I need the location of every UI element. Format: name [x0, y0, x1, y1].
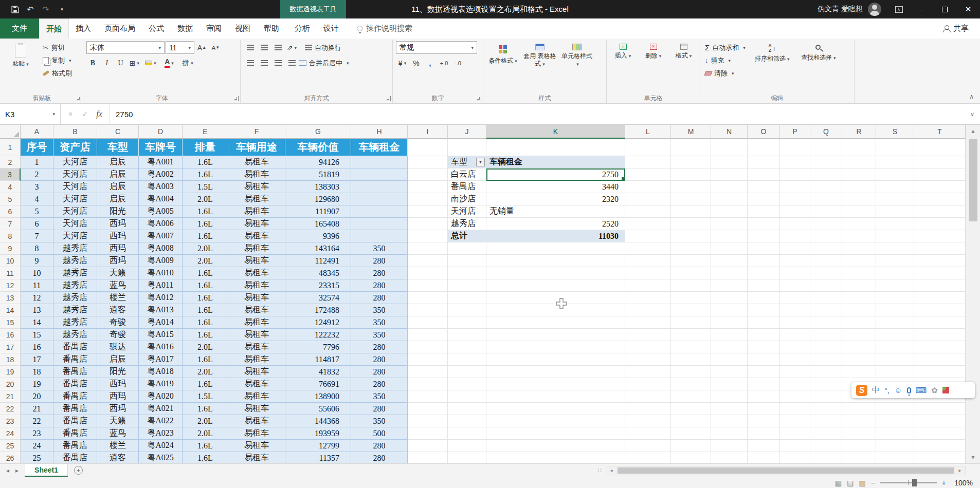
font-name-combo[interactable]: 宋体▾: [86, 41, 165, 54]
cell-N13[interactable]: [711, 292, 748, 304]
tell-me-search[interactable]: 操作说明搜索: [357, 18, 412, 39]
cell-D7[interactable]: 粤A006: [139, 218, 183, 230]
cell-P15[interactable]: [780, 316, 810, 329]
cell-R25[interactable]: [842, 440, 876, 452]
cell-O10[interactable]: [748, 255, 780, 267]
cell-C8[interactable]: 西玛: [97, 230, 139, 242]
cell-N9[interactable]: [711, 242, 748, 255]
cell-H17[interactable]: 280: [351, 341, 408, 353]
cell-T10[interactable]: [914, 255, 966, 267]
normal-view-icon[interactable]: ▦: [835, 479, 842, 487]
cell-H1[interactable]: 车辆租金: [351, 139, 408, 156]
cell-G15[interactable]: 124912: [285, 316, 351, 329]
zoom-out-button[interactable]: −: [871, 479, 875, 487]
horizontal-scroll-thumb[interactable]: [618, 467, 954, 474]
cell-F14[interactable]: 易租车: [228, 304, 285, 316]
name-box[interactable]: K3 ▾: [0, 104, 61, 124]
cell-J1[interactable]: [448, 139, 486, 156]
cell-T2[interactable]: [914, 156, 966, 168]
cell-O6[interactable]: [748, 205, 780, 218]
shrink-font-button[interactable]: A▼: [209, 41, 222, 54]
cell-R19[interactable]: [842, 366, 876, 378]
cell-F6[interactable]: 易租车: [228, 205, 285, 218]
cell-T23[interactable]: [914, 415, 966, 427]
italic-button[interactable]: I: [100, 57, 113, 69]
cell-R1[interactable]: [842, 139, 876, 156]
cell-G4[interactable]: 138303: [285, 181, 351, 193]
cell-E26[interactable]: 1.6L: [183, 452, 228, 463]
fill-color-button[interactable]: ▾: [142, 57, 159, 69]
cell-P5[interactable]: [780, 193, 810, 205]
cell-M6[interactable]: [671, 205, 711, 218]
cell-M17[interactable]: [671, 341, 711, 353]
cell-K10[interactable]: [486, 255, 625, 267]
tab-pivottable-analyze[interactable]: 分析: [288, 18, 317, 39]
cell-D12[interactable]: 粤A011: [139, 279, 183, 292]
cell-N15[interactable]: [711, 316, 748, 329]
cell-K24[interactable]: [486, 427, 625, 440]
accounting-format-button[interactable]: ¥▾: [396, 57, 409, 69]
cell-M1[interactable]: [671, 139, 711, 156]
autosum-button[interactable]: Σ自动求和▾: [703, 41, 747, 54]
horizontal-scrollbar[interactable]: ◂ ▸: [606, 466, 966, 475]
row-header-17[interactable]: 17: [0, 341, 21, 353]
cell-B19[interactable]: 番禺店: [53, 366, 97, 378]
cell-A7[interactable]: 6: [21, 218, 53, 230]
cell-B1[interactable]: 资产店: [53, 139, 97, 156]
cell-E22[interactable]: 1.6L: [183, 403, 228, 415]
cell-R26[interactable]: [842, 452, 876, 463]
cell-B9[interactable]: 越秀店: [53, 242, 97, 255]
cell-P7[interactable]: [780, 218, 810, 230]
vertical-scroll-thumb[interactable]: [969, 139, 977, 221]
column-header-E[interactable]: E: [183, 125, 228, 139]
cell-T24[interactable]: [914, 427, 966, 440]
cell-H19[interactable]: 280: [351, 366, 408, 378]
cell-P24[interactable]: [780, 427, 810, 440]
cell-B18[interactable]: 番禺店: [53, 353, 97, 366]
cell-J18[interactable]: [448, 353, 486, 366]
close-button[interactable]: ✕: [956, 0, 980, 18]
cell-A13[interactable]: 12: [21, 292, 53, 304]
cell-O16[interactable]: [748, 329, 780, 341]
zoom-slider[interactable]: [880, 482, 937, 483]
cell-E5[interactable]: 2.0L: [183, 193, 228, 205]
cell-C23[interactable]: 天籁: [97, 415, 139, 427]
cell-O5[interactable]: [748, 193, 780, 205]
cell-A20[interactable]: 19: [21, 378, 53, 390]
cell-P17[interactable]: [780, 341, 810, 353]
cell-D1[interactable]: 车牌号: [139, 139, 183, 156]
cell-G8[interactable]: 9396: [285, 230, 351, 242]
cell-S14[interactable]: [876, 304, 914, 316]
cell-P20[interactable]: [780, 378, 810, 390]
cell-E6[interactable]: 1.6L: [183, 205, 228, 218]
cell-H18[interactable]: 280: [351, 353, 408, 366]
cell-N7[interactable]: [711, 218, 748, 230]
grow-font-button[interactable]: A▲: [195, 41, 208, 54]
cell-C12[interactable]: 蓝鸟: [97, 279, 139, 292]
cell-C20[interactable]: 西玛: [97, 378, 139, 390]
cell-D23[interactable]: 粤A022: [139, 415, 183, 427]
cell-D5[interactable]: 粤A004: [139, 193, 183, 205]
column-header-S[interactable]: S: [876, 125, 914, 139]
cell-M12[interactable]: [671, 279, 711, 292]
row-header-3[interactable]: 3: [0, 168, 21, 181]
cell-Q17[interactable]: [810, 341, 842, 353]
column-header-T[interactable]: T: [914, 125, 966, 139]
align-right-button[interactable]: [271, 57, 284, 69]
formula-content[interactable]: 2750: [110, 104, 965, 124]
font-dialog-launcher[interactable]: [233, 96, 239, 101]
cell-J21[interactable]: [448, 390, 486, 403]
cell-E21[interactable]: 1.5L: [183, 390, 228, 403]
cell-E11[interactable]: 1.6L: [183, 267, 228, 279]
cell-N18[interactable]: [711, 353, 748, 366]
cell-B26[interactable]: 番禺店: [53, 452, 97, 463]
row-header-11[interactable]: 11: [0, 267, 21, 279]
cell-styles-button[interactable]: 单元格样式▾: [560, 41, 593, 68]
cell-G19[interactable]: 41832: [285, 366, 351, 378]
cell-P12[interactable]: [780, 279, 810, 292]
cell-F5[interactable]: 易租车: [228, 193, 285, 205]
cell-I8[interactable]: [408, 230, 448, 242]
cell-R12[interactable]: [842, 279, 876, 292]
sort-filter-button[interactable]: AZ↓ 排序和筛选▾: [751, 41, 793, 63]
select-all-corner[interactable]: [0, 125, 21, 139]
